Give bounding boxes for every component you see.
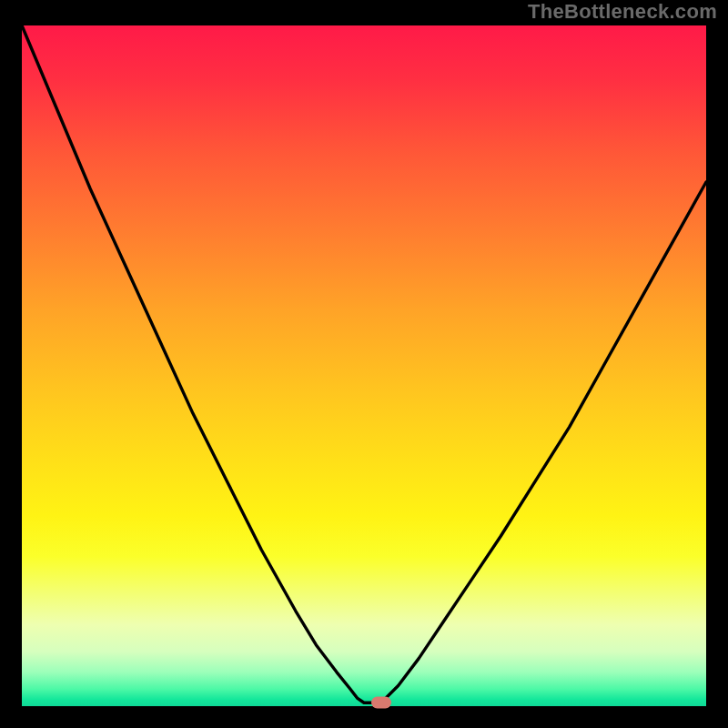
chart-frame: TheBottleneck.com <box>0 0 728 728</box>
watermark-text: TheBottleneck.com <box>528 0 717 24</box>
plot-area <box>22 25 706 706</box>
bottleneck-curve <box>22 25 706 706</box>
optimum-marker <box>371 697 391 709</box>
